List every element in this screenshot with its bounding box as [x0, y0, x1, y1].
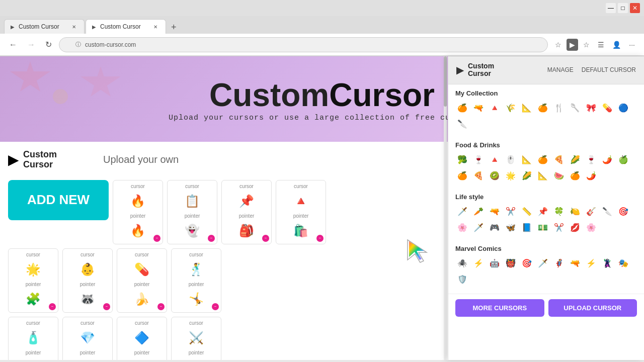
cursor-thumb[interactable]: 🎯: [616, 205, 630, 219]
cursor-remove-btn[interactable]: −: [212, 303, 219, 310]
cursor-thumb[interactable]: 🌶️: [600, 153, 614, 167]
address-text: custom-cursor.com: [85, 41, 136, 48]
cursor-thumb[interactable]: 🗡️: [455, 205, 469, 219]
cursor-thumb[interactable]: 🍊: [536, 153, 550, 167]
cursor-thumb[interactable]: 🔪: [455, 117, 469, 131]
cursor-thumb[interactable]: 🔫: [568, 256, 582, 270]
back-button[interactable]: ←: [6, 38, 20, 51]
cursor-remove-btn[interactable]: −: [157, 303, 165, 310]
cursor-thumb[interactable]: 🥦: [455, 153, 469, 167]
cursor-thumb[interactable]: 🍕: [552, 153, 566, 167]
cursor-thumb[interactable]: 🍊: [455, 169, 469, 183]
cursor-thumb[interactable]: 🦸: [552, 256, 566, 270]
scrollbar[interactable]: [444, 56, 447, 360]
cursor-item: cursor 👶 pointer 🦝 −: [62, 248, 113, 313]
cursor-thumb[interactable]: 🍉: [552, 169, 566, 183]
cursor-thumb[interactable]: 🌶️: [584, 169, 598, 183]
favorites-button[interactable]: ☆: [580, 39, 593, 51]
cursor-thumb[interactable]: 🦹: [600, 256, 614, 270]
cursor-thumb[interactable]: 📌: [536, 205, 550, 219]
cursor-thumb[interactable]: 🍊: [455, 101, 469, 115]
cursor-thumb[interactable]: 📐: [520, 153, 534, 167]
cursor-thumb[interactable]: 🎸: [584, 205, 598, 219]
cursor-thumb[interactable]: 🗡️: [471, 221, 486, 235]
more-button[interactable]: ···: [626, 39, 638, 51]
cursor-thumb[interactable]: 🗡️: [536, 256, 550, 270]
cursor-thumb[interactable]: 🔺: [488, 101, 502, 115]
maximize-button[interactable]: □: [618, 3, 628, 13]
profile-button[interactable]: 👤: [609, 39, 624, 51]
cursor-ext-button[interactable]: ▶: [567, 39, 578, 51]
cursor-thumb[interactable]: 🦋: [504, 221, 518, 235]
cursor-thumb[interactable]: 🎀: [584, 101, 598, 115]
cursor-thumb[interactable]: 📐: [520, 101, 534, 115]
cursor-thumb[interactable]: 🔫: [488, 205, 502, 219]
scrollbar-thumb[interactable]: [444, 56, 447, 107]
cursor-thumb[interactable]: 🔫: [471, 101, 486, 115]
cursor-thumb[interactable]: 🔵: [616, 101, 630, 115]
cursor-thumb[interactable]: ⚡: [584, 256, 598, 270]
star-button[interactable]: ☆: [552, 39, 565, 51]
cursor-thumb[interactable]: ⚡: [471, 256, 486, 270]
address-bar[interactable]: ⓘ custom-cursor.com: [59, 37, 548, 52]
cursor-thumb[interactable]: 🛡️: [455, 273, 469, 287]
cursor-thumb[interactable]: 🎯: [520, 256, 534, 270]
cursor-thumb[interactable]: 💋: [568, 221, 582, 235]
default-cursor-link[interactable]: DEFAULT CURSOR: [582, 66, 636, 73]
cursor-thumb[interactable]: 🌽: [520, 169, 534, 183]
tab-2[interactable]: ▶ Custom Cursor ✕: [86, 19, 166, 34]
cursor-thumb[interactable]: 🌸: [455, 221, 469, 235]
cursor-thumb[interactable]: 🔺: [488, 153, 502, 167]
cursor-thumb[interactable]: 🍋: [568, 205, 582, 219]
cursor-thumb[interactable]: 👹: [504, 256, 518, 270]
cursor-remove-btn[interactable]: −: [103, 303, 110, 310]
cursor-remove-btn[interactable]: −: [208, 235, 215, 242]
manage-link[interactable]: MANAGE: [547, 66, 574, 73]
title-bar: — □ ✕: [0, 0, 644, 16]
forward-button[interactable]: →: [24, 38, 38, 51]
cursor-remove-btn[interactable]: −: [153, 235, 160, 242]
cursor-thumb[interactable]: 💵: [536, 221, 550, 235]
cursor-thumb[interactable]: 🌽: [568, 153, 582, 167]
cursor-thumb[interactable]: 🍏: [616, 153, 630, 167]
upload-cursor-button[interactable]: UPLOAD CURSOR: [548, 299, 637, 317]
cursor-thumb[interactable]: 🥝: [488, 169, 502, 183]
tab-1[interactable]: ▶ Custom Cursor ✕: [4, 19, 85, 34]
cursor-thumb[interactable]: 🎮: [488, 221, 502, 235]
cursor-thumb[interactable]: 🌟: [504, 169, 518, 183]
cursor-thumb[interactable]: 🍊: [568, 169, 582, 183]
cursor-thumb[interactable]: 🍷: [471, 153, 486, 167]
cursor-thumb[interactable]: 📐: [536, 169, 550, 183]
cursor-thumb[interactable]: 🥕: [471, 205, 486, 219]
cursor-remove-btn[interactable]: −: [262, 235, 269, 242]
cursor-thumb[interactable]: 🎭: [616, 256, 630, 270]
reading-mode-button[interactable]: ☰: [595, 39, 607, 51]
cursor-thumb[interactable]: 🍕: [471, 169, 486, 183]
cursor-thumb[interactable]: 🍀: [552, 205, 566, 219]
cursor-thumb[interactable]: 🥄: [568, 101, 582, 115]
cursor-thumb[interactable]: 📏: [520, 205, 534, 219]
cursor-thumb[interactable]: 🌸: [584, 221, 598, 235]
cursor-thumb[interactable]: 🤖: [488, 256, 502, 270]
tab-2-close[interactable]: ✕: [151, 23, 159, 31]
new-tab-button[interactable]: +: [167, 21, 181, 34]
cursor-thumb[interactable]: 💊: [600, 101, 614, 115]
cursor-thumb[interactable]: ✂️: [504, 205, 518, 219]
cursor-thumb[interactable]: 📘: [520, 221, 534, 235]
cursor-thumb[interactable]: 🖱️: [504, 153, 518, 167]
tab-1-close[interactable]: ✕: [70, 23, 78, 31]
add-new-button[interactable]: ADD NEW: [8, 180, 109, 220]
cursor-thumb[interactable]: 🔪: [600, 205, 614, 219]
cursor-thumb[interactable]: 🌾: [504, 101, 518, 115]
cursor-thumb[interactable]: 🍴: [552, 101, 566, 115]
refresh-button[interactable]: ↻: [42, 38, 55, 51]
cursor-thumb[interactable]: 🕷️: [455, 256, 469, 270]
minimize-button[interactable]: —: [606, 3, 616, 13]
cursor-thumb[interactable]: ✂️: [552, 221, 566, 235]
more-cursors-button[interactable]: MORE CURSORS: [455, 299, 544, 317]
close-button[interactable]: ✕: [630, 3, 640, 13]
cursor-thumb[interactable]: 🍷: [584, 153, 598, 167]
cursor-remove-btn[interactable]: −: [316, 235, 324, 242]
cursor-remove-btn[interactable]: −: [49, 303, 56, 310]
cursor-thumb[interactable]: 🍊: [536, 101, 550, 115]
